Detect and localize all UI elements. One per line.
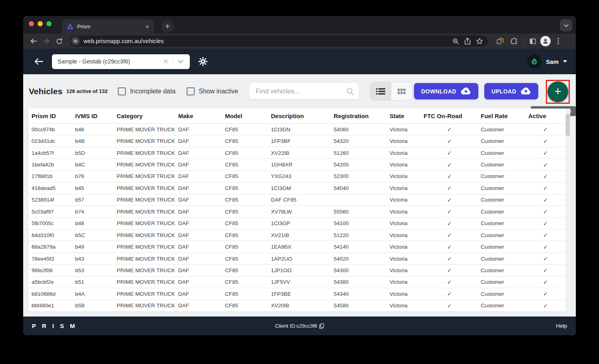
tab-close-icon[interactable]: × <box>145 23 149 30</box>
table-cell: CF85 <box>222 279 268 285</box>
check-cell: ✓ <box>421 220 478 227</box>
table-row[interactable]: a5bcbf2eb51PRIME MOVER TRUCKDAFCF851JF5V… <box>29 277 565 288</box>
client-selector[interactable]: Sample - Geotab (c29cc3f6) ✕ <box>52 54 190 69</box>
table-row[interactable]: 023d31dcb4BPRIME MOVER TRUCKDAFCF851FP3B… <box>29 135 565 147</box>
chevron-down-icon[interactable] <box>173 60 186 63</box>
share-icon[interactable] <box>462 36 474 46</box>
table-row[interactable]: 1befa42bb4CPRIME MOVER TRUCKDAFCF851GH8X… <box>29 159 565 170</box>
table-cell: PRIME MOVER TRUCK <box>114 256 175 262</box>
table-row[interactable]: 5238914fb57PRIME MOVER TRUCKDAFCF85DAF C… <box>29 194 565 206</box>
table-cell: PRIME MOVER TRUCK <box>114 197 175 203</box>
table-cell: CF85 <box>222 138 268 144</box>
grid-view-button[interactable] <box>391 82 412 100</box>
table-cell: 1FP3BF <box>268 138 331 144</box>
table-row[interactable]: 416dead5b45PRIME MOVER TRUCKDAFCF851CI3G… <box>29 182 565 194</box>
user-caret-icon <box>563 60 567 63</box>
check-cell: ✓ <box>525 208 565 215</box>
table-row[interactable]: 78ee45f3b43PRIME MOVER TRUCKDAFCF851AP2U… <box>29 253 565 265</box>
browser-profile-avatar[interactable] <box>540 36 551 46</box>
clear-selection-icon[interactable]: ✕ <box>159 57 173 66</box>
main-content: Vehicles 126 active of 132 Incomplete da… <box>23 74 576 317</box>
window-controls <box>29 21 52 26</box>
maximize-window-button[interactable] <box>46 21 52 26</box>
table-cell: 1befa42b <box>29 162 72 168</box>
table-cell: b5D <box>72 150 114 156</box>
close-window-button[interactable] <box>29 21 34 26</box>
table-row[interactable]: 96fe2f08b53PRIME MOVER TRUCKDAFCF851JP1O… <box>29 265 565 276</box>
table-cell: Victoria <box>387 197 421 203</box>
table-cell: DAF <box>175 244 222 250</box>
table-cell: PRIME MOVER TRUCK <box>114 209 175 215</box>
check-cell: ✓ <box>421 279 478 285</box>
table-row[interactable]: 1a4cb57fb5DPRIME MOVER TRUCKDAFCF85XV22I… <box>29 147 565 159</box>
check-cell: ✓ <box>421 162 478 168</box>
table-row[interactable]: b810686db4APRIME MOVER TRUCKDAFCF851FP3B… <box>29 288 565 300</box>
table-cell: 1GH8XR <box>268 162 331 168</box>
column-header: Make <box>175 113 222 119</box>
browser-menu-icon[interactable] <box>552 36 564 47</box>
user-avatar <box>527 54 541 69</box>
table-cell: a5bcbf2e <box>29 279 72 285</box>
add-vehicle-button[interactable]: + <box>547 81 568 102</box>
browser-window: Prism × + web.prismapp.com.au/vehicles <box>23 16 576 335</box>
table-row[interactable]: 64d310f0b5CPRIME MOVER TRUCKDAFCF85XV21I… <box>29 229 565 241</box>
forward-button[interactable] <box>41 36 52 47</box>
table-cell: PRIME MOVER TRUCK <box>114 127 175 133</box>
table-cell: Victoria <box>387 209 421 215</box>
table-cell: PRIME MOVER TRUCK <box>114 232 175 238</box>
minimize-window-button[interactable] <box>38 21 43 26</box>
url-text[interactable]: web.prismapp.com.au/vehicles <box>84 38 450 44</box>
column-header: State <box>387 113 421 119</box>
upload-button[interactable]: UPLOAD <box>484 83 538 99</box>
check-cell: ✓ <box>525 291 565 297</box>
new-tab-button[interactable]: + <box>161 20 174 33</box>
table-cell: b4C <box>72 162 114 168</box>
table-cell: 64d310f0 <box>29 232 72 238</box>
table-row[interactable]: 00cc974bb46PRIME MOVER TRUCKDAFCF851CI3G… <box>29 124 565 135</box>
page-title: Vehicles <box>29 87 62 96</box>
download-button[interactable]: DOWNLOAD <box>414 83 478 99</box>
table-row[interactable]: bbf480e1b5BPRIME MOVER TRUCKDAFCF85XV20I… <box>29 300 565 312</box>
check-cell: ✓ <box>421 126 478 133</box>
help-link[interactable]: Help <box>556 323 567 329</box>
table-cell: DAF <box>175 127 222 133</box>
table-scrollbar[interactable] <box>565 109 570 312</box>
toolbar-divider <box>523 38 523 45</box>
table-cell: Customer <box>478 162 525 168</box>
table-row[interactable]: 5fb7005cb48PRIME MOVER TRUCKDAFCF851CI3G… <box>29 218 565 229</box>
browser-tab[interactable]: Prism × <box>62 19 154 34</box>
zoom-icon[interactable] <box>450 36 462 46</box>
scrollbar-thumb[interactable] <box>566 114 570 136</box>
site-info-icon[interactable] <box>71 37 80 46</box>
extensions-icon[interactable] <box>508 36 520 47</box>
column-header: Description <box>268 113 331 119</box>
tab-sharing-icon[interactable] <box>494 36 506 47</box>
view-toggle <box>370 82 412 101</box>
table-cell: Victoria <box>387 173 421 179</box>
table-row[interactable]: 5c03af97b74PRIME MOVER TRUCKDAFCF85XV78L… <box>29 206 565 218</box>
search-input[interactable] <box>256 87 346 95</box>
user-menu[interactable]: Sam <box>527 54 567 69</box>
list-view-button[interactable] <box>370 82 391 100</box>
incomplete-data-checkbox[interactable] <box>118 87 126 95</box>
table-cell: CF85 <box>222 303 268 309</box>
table-cell: 1JF5VV <box>268 279 331 285</box>
settings-gear-icon[interactable] <box>196 55 210 68</box>
table-row[interactable]: 68a2879ab49PRIME MOVER TRUCKDAFCF851EA9B… <box>29 241 565 253</box>
table-cell: Victoria <box>387 279 421 285</box>
table-cell: PRIME MOVER TRUCK <box>114 267 175 273</box>
side-panel-icon[interactable] <box>527 36 539 47</box>
copy-icon[interactable] <box>319 323 324 329</box>
table-header-row: Prism IDIVMS IDCategoryMakeModelDescript… <box>29 109 565 124</box>
show-inactive-checkbox[interactable] <box>187 87 195 95</box>
table-cell: b51 <box>72 279 114 285</box>
bookmark-star-icon[interactable] <box>474 36 486 46</box>
tab-search-button[interactable] <box>560 19 572 32</box>
reload-button[interactable] <box>54 36 65 47</box>
address-bar[interactable]: web.prismapp.com.au/vehicles <box>70 36 488 47</box>
table-cell: Customer <box>478 220 525 226</box>
app-back-button[interactable] <box>32 55 46 68</box>
table-row[interactable]: 27f88f1bb76PRIME MOVER TRUCKDAFCF85YXG24… <box>29 171 565 182</box>
table-cell: CF85 <box>222 173 268 179</box>
back-button[interactable] <box>28 36 39 47</box>
